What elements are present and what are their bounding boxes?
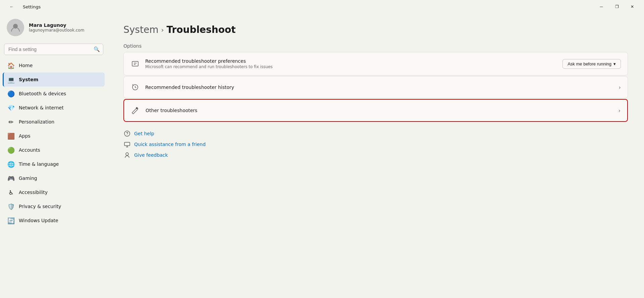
option-content-recommended-prefs: Recommended troubleshooter preferences M…	[145, 58, 557, 69]
link-icon-quick-assistance	[123, 141, 131, 148]
link-icon-get-help	[123, 130, 131, 137]
sidebar-item-bluetooth[interactable]: 🔵 Bluetooth & devices	[3, 87, 105, 101]
options-container: Recommended troubleshooter preferences M…	[123, 52, 628, 122]
dropdown-label-recommended-prefs: Ask me before running	[568, 61, 611, 66]
option-action-recommended-history: ›	[619, 84, 621, 91]
nav-label-bluetooth: Bluetooth & devices	[19, 91, 66, 96]
search-input[interactable]	[4, 44, 103, 55]
sidebar: Mara Lagunoy lagunoymara@outlook.com 🔍 🏠…	[0, 13, 107, 298]
nav-icon-gaming: 🎮	[7, 175, 15, 182]
option-title-recommended-prefs: Recommended troubleshooter preferences	[145, 58, 557, 64]
nav-label-accessibility: Accessibility	[19, 190, 48, 195]
nav-icon-privacy: 🛡️	[7, 203, 15, 210]
sidebar-item-accounts[interactable]: 🟢 Accounts	[3, 143, 105, 157]
maximize-button[interactable]: ❐	[609, 1, 625, 12]
nav-label-home: Home	[19, 63, 33, 68]
nav-icon-time: 🌐	[7, 160, 15, 168]
sidebar-item-accessibility[interactable]: ♿ Accessibility	[3, 185, 105, 199]
nav-label-system: System	[19, 77, 38, 82]
sidebar-item-gaming[interactable]: 🎮 Gaming	[3, 171, 105, 185]
chevron-right-icon: ›	[619, 84, 621, 91]
link-icon-give-feedback	[123, 151, 131, 159]
avatar	[7, 19, 24, 36]
nav-icon-update: 🔄	[7, 217, 15, 224]
link-label-give-feedback: Give feedback	[134, 152, 168, 158]
nav-icon-personalization: ✏️	[7, 118, 15, 126]
nav-container: 🏠 Home 💻 System 🔵 Bluetooth & devices 💎 …	[3, 58, 105, 228]
nav-icon-bluetooth: 🔵	[7, 90, 15, 97]
nav-label-personalization: Personalization	[19, 119, 54, 125]
sidebar-item-home[interactable]: 🏠 Home	[3, 58, 105, 72]
chevron-right-icon: ›	[619, 107, 621, 114]
nav-label-update: Windows Update	[19, 218, 58, 223]
window-title: Settings	[23, 4, 41, 9]
breadcrumb-separator: ›	[161, 26, 164, 34]
section-label: Options	[123, 43, 628, 49]
option-action-other-troubleshooters: ›	[619, 107, 621, 114]
nav-icon-network: 💎	[7, 104, 15, 111]
nav-label-accounts: Accounts	[19, 147, 40, 153]
breadcrumb: System › Troubleshoot	[123, 24, 628, 35]
svg-point-6	[126, 153, 128, 155]
option-icon-recommended-history	[130, 83, 140, 92]
search-box[interactable]: 🔍	[4, 44, 103, 55]
nav-icon-accounts: 🟢	[7, 146, 15, 154]
nav-label-gaming: Gaming	[19, 176, 37, 181]
sidebar-item-personalization[interactable]: ✏️ Personalization	[3, 115, 105, 129]
nav-icon-system: 💻	[7, 76, 15, 83]
back-button[interactable]: ←	[4, 1, 19, 12]
option-action-recommended-prefs: Ask me before running ▾	[562, 59, 621, 69]
sidebar-item-update[interactable]: 🔄 Windows Update	[3, 213, 105, 228]
link-label-get-help: Get help	[134, 131, 154, 136]
option-content-recommended-history: Recommended troubleshooter history	[145, 85, 613, 90]
link-quick-assistance[interactable]: Quick assistance from a friend	[123, 141, 628, 148]
user-email: lagunoymara@outlook.com	[29, 28, 84, 33]
option-other-troubleshooters[interactable]: Other troubleshooters ›	[123, 99, 628, 122]
svg-rect-5	[124, 142, 130, 146]
nav-icon-home: 🏠	[7, 62, 15, 69]
option-recommended-prefs[interactable]: Recommended troubleshooter preferences M…	[123, 52, 628, 76]
svg-point-3	[137, 108, 138, 109]
close-button[interactable]: ✕	[625, 1, 640, 12]
sidebar-item-time[interactable]: 🌐 Time & language	[3, 157, 105, 171]
nav-label-network: Network & internet	[19, 105, 64, 110]
option-recommended-history[interactable]: Recommended troubleshooter history ›	[123, 76, 628, 98]
main-content: System › Troubleshoot Options Recommende…	[107, 13, 644, 298]
option-desc-recommended-prefs: Microsoft can recommend and run troubles…	[145, 64, 557, 69]
breadcrumb-current: Troubleshoot	[166, 24, 235, 35]
sidebar-item-network[interactable]: 💎 Network & internet	[3, 101, 105, 115]
user-profile[interactable]: Mara Lagunoy lagunoymara@outlook.com	[3, 13, 105, 43]
titlebar-left: ← Settings	[4, 1, 594, 12]
nav-icon-apps: 🟫	[7, 132, 15, 140]
option-title-other-troubleshooters: Other troubleshooters	[146, 108, 613, 113]
user-name: Mara Lagunoy	[29, 22, 84, 28]
breadcrumb-parent: System	[123, 24, 158, 35]
svg-rect-1	[132, 61, 138, 66]
link-give-feedback[interactable]: Give feedback	[123, 151, 628, 159]
links-section: Get help Quick assistance from a friend …	[123, 130, 628, 159]
search-icon: 🔍	[94, 46, 100, 52]
chevron-down-icon: ▾	[613, 61, 616, 66]
titlebar: ← Settings ─ ❐ ✕	[0, 0, 644, 13]
nav-icon-accessibility: ♿	[7, 189, 15, 196]
sidebar-item-apps[interactable]: 🟫 Apps	[3, 129, 105, 143]
link-get-help[interactable]: Get help	[123, 130, 628, 137]
option-icon-recommended-prefs	[130, 59, 140, 68]
nav-label-time: Time & language	[19, 161, 59, 167]
window-controls: ─ ❐ ✕	[594, 1, 640, 12]
dropdown-recommended-prefs[interactable]: Ask me before running ▾	[562, 59, 621, 69]
option-title-recommended-history: Recommended troubleshooter history	[145, 85, 613, 90]
sidebar-item-privacy[interactable]: 🛡️ Privacy & security	[3, 199, 105, 213]
minimize-button[interactable]: ─	[594, 1, 609, 12]
sidebar-item-system[interactable]: 💻 System	[3, 72, 105, 87]
app-body: Mara Lagunoy lagunoymara@outlook.com 🔍 🏠…	[0, 13, 644, 298]
option-content-other-troubleshooters: Other troubleshooters	[146, 108, 613, 113]
option-icon-other-troubleshooters	[131, 106, 140, 115]
link-label-quick-assistance: Quick assistance from a friend	[134, 142, 206, 147]
nav-label-privacy: Privacy & security	[19, 204, 61, 209]
nav-label-apps: Apps	[19, 133, 31, 139]
user-info: Mara Lagunoy lagunoymara@outlook.com	[29, 22, 84, 33]
